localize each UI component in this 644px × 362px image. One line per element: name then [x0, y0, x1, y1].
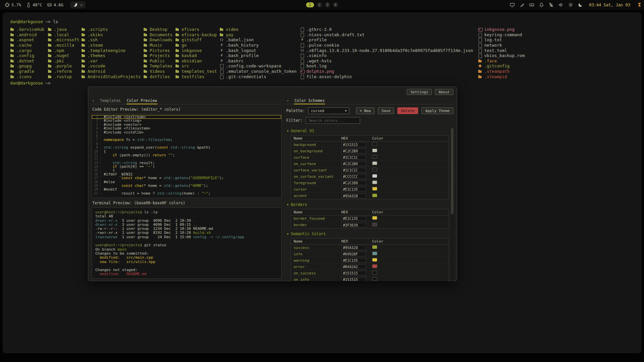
hex-input[interactable]: #CCCCCC — [341, 174, 366, 179]
file-name: Templates — [150, 63, 172, 68]
memory-stat: 4.6G — [47, 2, 63, 7]
file-entry: .scripts — [81, 27, 143, 32]
file-entry: .steampid — [478, 74, 535, 79]
folder-icon — [81, 59, 86, 63]
color-swatch[interactable] — [372, 277, 377, 281]
hex-input[interactable]: #C2C2B0 — [341, 180, 366, 185]
keyboard-icon[interactable] — [529, 2, 534, 7]
night-light-icon[interactable] — [578, 2, 583, 7]
chevron-down-icon: ▼ — [287, 232, 289, 236]
hex-input[interactable]: #C2C2B0 — [341, 149, 366, 153]
hex-input[interactable]: #E1C135 — [341, 258, 366, 263]
color-swatch[interactable] — [372, 155, 377, 159]
section-header[interactable]: ▼Borders — [287, 202, 449, 207]
color-cell — [372, 155, 446, 160]
color-swatch[interactable] — [372, 271, 377, 274]
color-swatch[interactable] — [372, 161, 377, 165]
file-icon — [478, 48, 482, 53]
folder-icon — [81, 48, 86, 53]
color-swatch[interactable] — [372, 180, 377, 184]
color-swatch[interactable] — [372, 264, 377, 268]
display-icon[interactable] — [510, 2, 515, 7]
workspace-2[interactable]: 2 — [316, 2, 322, 7]
workspace-3[interactable]: 3 — [325, 2, 330, 7]
file-icon — [478, 53, 482, 58]
file-name: dolphin.png — [306, 69, 334, 74]
chevron-down-icon: ▼ — [287, 203, 289, 206]
tab-color-preview[interactable]: Color Preview — [127, 98, 157, 103]
file-entry: .config — [10, 53, 48, 58]
color-swatch[interactable] — [372, 245, 377, 249]
about-button[interactable]: About — [435, 89, 453, 95]
paintbrush-icon[interactable] — [519, 2, 525, 7]
color-swatch[interactable] — [372, 223, 377, 226]
goose-widget[interactable]: ~ — [70, 1, 86, 8]
volume-icon[interactable] — [558, 2, 563, 7]
code-editor-preview[interactable]: 1#include <iostream>2#include <string>3#… — [92, 114, 282, 198]
hex-input[interactable]: #151515 — [341, 271, 366, 275]
hex-input[interactable]: #151515 — [341, 142, 366, 147]
hex-input[interactable]: #151515 — [341, 277, 366, 281]
color-swatch[interactable] — [372, 258, 377, 262]
prompt-user-2: dan@darkgoose — [10, 81, 43, 86]
workspace-4[interactable]: 4 — [333, 2, 338, 7]
scrollbar[interactable] — [451, 127, 453, 281]
tab-templates[interactable]: Templates — [99, 98, 121, 103]
dropdown-caret-icon[interactable]: ▾ — [92, 99, 94, 102]
color-schemes-pane: ▾ Color Schemes Palette: cursed ▼ + New … — [286, 97, 453, 281]
hex-input[interactable]: #1C1C1C — [341, 155, 366, 160]
color-swatch[interactable] — [372, 149, 377, 152]
file-entry: .reform — [48, 69, 81, 74]
hourglass-tray-icon[interactable] — [637, 2, 642, 7]
color-swatch[interactable] — [372, 142, 377, 146]
brightness-icon[interactable] — [568, 2, 573, 7]
palette-select[interactable]: cursed ▼ — [308, 107, 349, 114]
git-icon — [478, 64, 482, 68]
terminal-preview[interactable]: user@host:~/projects$ ls -latotal 48drwx… — [92, 207, 282, 279]
workspace-1[interactable]: 1 — [306, 2, 314, 7]
file-entry: .local — [48, 32, 81, 38]
section-header[interactable]: ▼General UI — [287, 128, 449, 134]
settings-button[interactable]: Settings — [407, 89, 432, 95]
dropdown-caret-icon[interactable]: ▾ — [287, 99, 289, 102]
table-header-row: NameHEXColor — [291, 239, 449, 245]
color-swatch[interactable] — [372, 187, 377, 191]
hex-input[interactable]: #95A328 — [341, 194, 366, 198]
color-name: cursor — [294, 187, 341, 192]
file-entry: .npm — [48, 48, 81, 53]
file-entry: test.toml — [478, 48, 535, 53]
temp-stat: 48°C — [26, 2, 42, 7]
hex-input[interactable]: #E1C135 — [341, 216, 366, 221]
file-entry: Templates — [143, 63, 175, 69]
hex-input[interactable]: #E1C135 — [341, 187, 366, 192]
color-name: on_info — [294, 277, 341, 281]
new-palette-button[interactable]: + New — [356, 107, 375, 114]
line-number: 6 — [92, 134, 101, 138]
cpu-value: 5.7% — [11, 3, 21, 7]
color-swatch[interactable] — [372, 174, 377, 178]
hex-input[interactable]: #1C1C1C — [341, 168, 366, 172]
search-colors-input[interactable] — [306, 117, 360, 124]
color-swatch[interactable] — [372, 194, 377, 197]
folder-icon — [48, 48, 52, 53]
color-swatch[interactable] — [372, 216, 377, 220]
tab-color-schemes[interactable]: Color Schemes — [294, 98, 325, 103]
pointer-off-icon[interactable] — [549, 2, 554, 7]
file-name: .scripts — [88, 27, 108, 32]
delete-button[interactable]: Delete — [397, 107, 418, 114]
file-entry: vbios_backup.rom — [478, 53, 535, 58]
folder-icon — [175, 33, 180, 37]
color-swatch[interactable] — [372, 252, 377, 255]
color-swatch[interactable] — [372, 168, 377, 171]
hex-input[interactable]: #B44242 — [341, 264, 366, 269]
section-header[interactable]: ▼Semantic Colors — [287, 231, 449, 237]
hex-input[interactable]: #C2C2B0 — [341, 161, 366, 166]
hex-input[interactable]: #3F3639 — [341, 223, 366, 227]
hex-input[interactable]: #60928F — [341, 252, 366, 256]
bell-icon[interactable] — [539, 2, 544, 7]
save-button[interactable]: Save — [378, 107, 394, 114]
clock[interactable]: 03:44 Sat, Jan 03 — [589, 3, 630, 7]
hex-input[interactable]: #95A328 — [341, 245, 366, 250]
apply-theme-button[interactable]: Apply Theme — [422, 107, 453, 114]
scrollbar-thumb[interactable] — [451, 128, 453, 214]
